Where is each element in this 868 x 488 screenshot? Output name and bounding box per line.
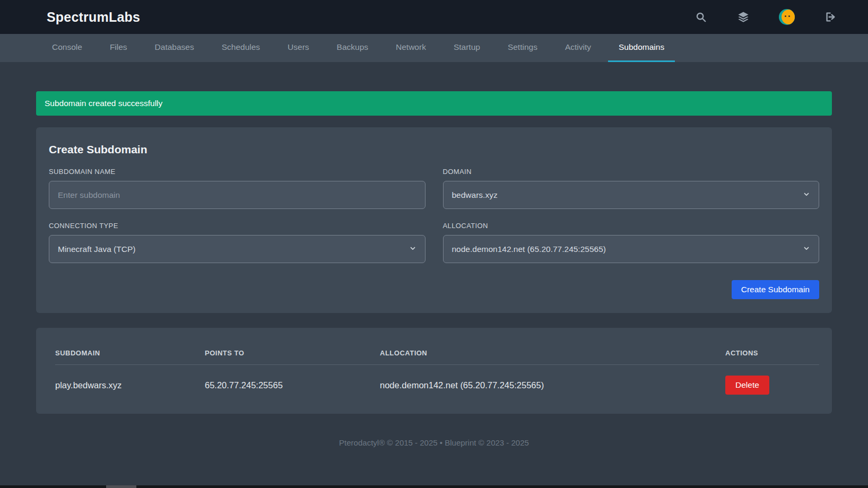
tab-startup[interactable]: Startup	[443, 34, 491, 62]
avatar-eye	[788, 15, 790, 17]
tab-subdomains[interactable]: Subdomains	[608, 34, 675, 62]
avatar-face	[782, 10, 795, 24]
tab-schedules[interactable]: Schedules	[211, 34, 271, 62]
chevron-down-icon	[409, 245, 416, 254]
connection-type-select[interactable]: Minecraft Java (TCP)	[49, 235, 426, 263]
user-avatar[interactable]	[779, 9, 795, 25]
footer-credits: Pterodactyl® © 2015 - 2025 • Blueprint ©…	[339, 438, 529, 447]
chevron-down-icon	[803, 190, 810, 200]
cell-subdomain: play.bedwars.xyz	[55, 380, 205, 390]
subdomain-name-field-group: SUBDOMAIN NAME	[49, 168, 426, 209]
allocation-label: ALLOCATION	[443, 222, 820, 230]
brand-title: SpectrumLabs	[47, 10, 140, 25]
subdomains-table: SUBDOMAIN POINTS TO ALLOCATION ACTIONS p…	[49, 341, 819, 402]
tab-files[interactable]: Files	[99, 34, 138, 62]
cell-points-to: 65.20.77.245:25565	[205, 380, 380, 390]
chevron-down-icon	[803, 245, 810, 254]
domain-label: DOMAIN	[443, 168, 820, 176]
tab-activity[interactable]: Activity	[554, 34, 602, 62]
header-actions	[694, 9, 837, 25]
connection-type-field-group: CONNECTION TYPE Minecraft Java (TCP)	[49, 222, 426, 263]
connection-type-label: CONNECTION TYPE	[49, 222, 426, 230]
window-bottom-edge	[0, 485, 868, 488]
domain-select-value: bedwars.xyz	[452, 190, 498, 200]
layers-icon[interactable]	[736, 10, 750, 24]
tab-backups[interactable]: Backups	[326, 34, 379, 62]
form-actions: Create Subdomain	[49, 280, 819, 299]
window-bottom-edge-segment	[106, 485, 136, 488]
create-subdomain-card: Create Subdomain SUBDOMAIN NAME DOMAIN b…	[36, 127, 832, 313]
cell-allocation: node.demon142.net (65.20.77.245:25565)	[380, 380, 725, 390]
create-subdomain-form: SUBDOMAIN NAME DOMAIN bedwars.xyz CONNEC…	[49, 168, 819, 263]
tab-console[interactable]: Console	[41, 34, 93, 62]
subdomains-table-card: SUBDOMAIN POINTS TO ALLOCATION ACTIONS p…	[36, 328, 832, 414]
top-header: SpectrumLabs	[0, 0, 868, 34]
tab-databases[interactable]: Databases	[144, 34, 205, 62]
main-content: Subdomain created successfully Create Su…	[36, 91, 832, 447]
avatar-eye	[785, 15, 786, 17]
create-subdomain-button[interactable]: Create Subdomain	[732, 280, 819, 299]
allocation-select-value: node.demon142.net (65.20.77.245:25565)	[452, 245, 606, 254]
col-header-subdomain: SUBDOMAIN	[55, 349, 205, 357]
tab-users[interactable]: Users	[277, 34, 319, 62]
allocation-select[interactable]: node.demon142.net (65.20.77.245:25565)	[443, 235, 820, 263]
table-header-row: SUBDOMAIN POINTS TO ALLOCATION ACTIONS	[55, 341, 819, 365]
domain-select[interactable]: bedwars.xyz	[443, 181, 820, 209]
subdomain-name-input[interactable]	[49, 181, 426, 209]
success-alert-message: Subdomain created successfully	[45, 99, 162, 108]
delete-subdomain-button[interactable]: Delete	[725, 376, 769, 395]
card-title: Create Subdomain	[49, 143, 819, 156]
page-footer: Pterodactyl® © 2015 - 2025 • Blueprint ©…	[36, 438, 832, 447]
tab-network[interactable]: Network	[385, 34, 437, 62]
col-header-points-to: POINTS TO	[205, 349, 380, 357]
search-icon[interactable]	[694, 10, 708, 24]
subdomain-name-label: SUBDOMAIN NAME	[49, 168, 426, 176]
domain-field-group: DOMAIN bedwars.xyz	[443, 168, 820, 209]
server-nav-tabs: Console Files Databases Schedules Users …	[0, 34, 868, 62]
table-row: play.bedwars.xyz 65.20.77.245:25565 node…	[55, 365, 819, 402]
logout-icon[interactable]	[823, 10, 837, 24]
tab-settings[interactable]: Settings	[497, 34, 548, 62]
col-header-actions: ACTIONS	[725, 349, 819, 357]
success-alert: Subdomain created successfully	[36, 91, 832, 116]
allocation-field-group: ALLOCATION node.demon142.net (65.20.77.2…	[443, 222, 820, 263]
connection-type-select-value: Minecraft Java (TCP)	[58, 245, 135, 254]
col-header-allocation: ALLOCATION	[380, 349, 725, 357]
